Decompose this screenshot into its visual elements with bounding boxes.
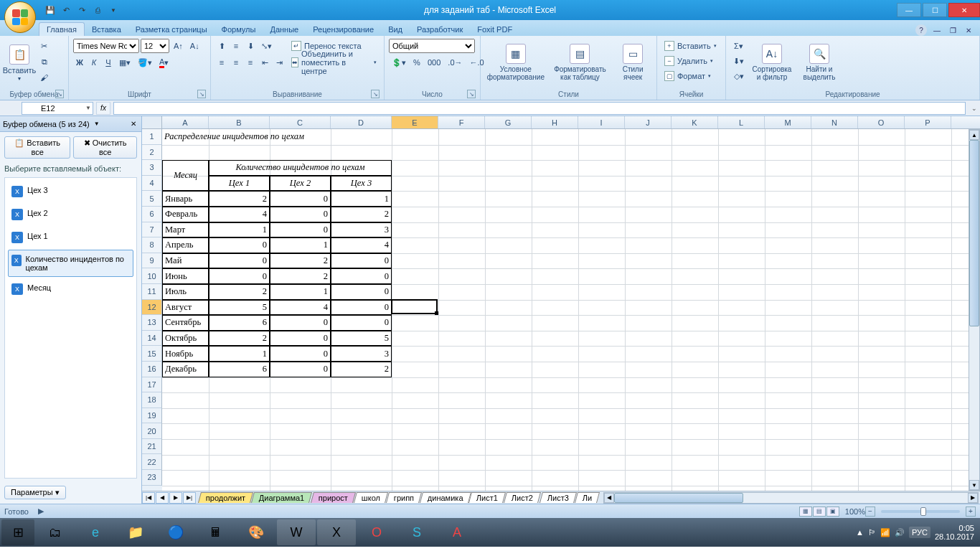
align-right-icon[interactable]: ≡: [244, 55, 257, 70]
row-header[interactable]: 21: [142, 439, 162, 455]
cell[interactable]: 3: [331, 346, 392, 362]
paste-button[interactable]: 📋 Вставить ▼: [4, 39, 34, 86]
cell[interactable]: 1: [209, 346, 270, 362]
column-header[interactable]: I: [578, 116, 625, 128]
taskbar-explorer[interactable]: 📁: [116, 519, 155, 545]
cell[interactable]: 3: [331, 222, 392, 238]
taskbar-word[interactable]: W: [277, 519, 316, 545]
italic-button[interactable]: К: [88, 55, 100, 70]
row-header[interactable]: 3: [142, 160, 162, 176]
taskbar-app[interactable]: 🗂: [36, 519, 75, 545]
column-header[interactable]: N: [811, 116, 858, 128]
ribbon-tab-3[interactable]: Формулы: [215, 23, 263, 36]
clipboard-launcher[interactable]: ↘: [55, 90, 64, 98]
sheet-tab[interactable]: динамика: [420, 492, 471, 503]
expand-formula-bar[interactable]: ⌄: [969, 102, 980, 115]
sheet-tab[interactable]: продолжит: [198, 492, 253, 503]
maximize-button[interactable]: ☐: [923, 3, 947, 17]
taskbar-calc[interactable]: 🖩: [197, 519, 235, 545]
cell[interactable]: Август: [162, 300, 209, 316]
column-header[interactable]: P: [905, 116, 951, 128]
row-header[interactable]: 18: [142, 392, 162, 408]
sheet-tab[interactable]: прирост: [311, 492, 356, 503]
cell[interactable]: Сентябрь: [162, 315, 209, 331]
ribbon-tab-0[interactable]: Главная: [39, 22, 85, 36]
cell[interactable]: Июль: [162, 284, 209, 300]
tray-show-hidden-icon[interactable]: ▲: [856, 528, 864, 537]
row-header[interactable]: 19: [142, 408, 162, 424]
orientation-icon[interactable]: ⤡▾: [258, 39, 275, 53]
cell[interactable]: Май: [162, 253, 209, 269]
row-header[interactable]: 6: [142, 207, 162, 222]
cell[interactable]: 0: [209, 253, 270, 269]
page-layout-view-icon[interactable]: ▤: [813, 507, 826, 517]
taskbar-ie[interactable]: e: [76, 519, 115, 545]
redo-icon[interactable]: ↷: [75, 3, 89, 17]
zoom-slider[interactable]: [881, 510, 960, 513]
vertical-scrollbar[interactable]: ▲▼: [969, 129, 980, 491]
sheet-nav-prev[interactable]: ◀: [156, 492, 169, 504]
cell[interactable]: 2: [209, 284, 270, 300]
sort-filter-button[interactable]: A↓Сортировка и фильтр: [750, 39, 794, 86]
autosum-icon[interactable]: Σ▾: [730, 39, 747, 53]
column-header[interactable]: O: [858, 116, 905, 128]
column-header[interactable]: D: [331, 116, 392, 128]
conditional-format-button[interactable]: ▦Условное форматирование: [485, 39, 547, 86]
underline-button[interactable]: Ч: [102, 55, 115, 70]
align-launcher[interactable]: ↘: [371, 90, 380, 98]
cell[interactable]: 1: [209, 222, 270, 238]
row-header[interactable]: 10: [142, 268, 162, 284]
cell[interactable]: Количество инцидентов по цехам: [209, 160, 392, 176]
column-header[interactable]: H: [532, 116, 578, 128]
insert-cells-button[interactable]: +Вставить▾: [661, 39, 720, 53]
format-as-table-button[interactable]: ▤Форматировать как таблицу: [550, 39, 611, 86]
clipboard-item[interactable]: XКоличество инцидентов по цехам: [8, 250, 133, 277]
page-break-view-icon[interactable]: ▣: [826, 507, 839, 517]
cell[interactable]: 2: [331, 207, 392, 222]
minimize-button[interactable]: —: [897, 3, 921, 17]
ribbon-tab-4[interactable]: Данные: [263, 23, 306, 36]
close-workbook-icon[interactable]: ✕: [963, 24, 974, 36]
clear-icon[interactable]: ◇▾: [730, 69, 747, 83]
sheet-nav-last[interactable]: ▶|: [183, 492, 196, 504]
bold-button[interactable]: Ж: [73, 55, 86, 70]
taskpane-options-button[interactable]: Параметры ▾: [4, 486, 66, 499]
cell[interactable]: 5: [331, 331, 392, 347]
align-left-icon[interactable]: ≡: [215, 55, 228, 70]
sheet-nav-first[interactable]: |◀: [142, 492, 155, 504]
row-header[interactable]: 8: [142, 237, 162, 253]
cell[interactable]: 2: [270, 253, 331, 269]
cell[interactable]: 0: [270, 362, 331, 377]
percent-icon[interactable]: %: [410, 55, 423, 70]
cell[interactable]: 0: [270, 315, 331, 331]
minimize-ribbon-icon[interactable]: —: [931, 24, 943, 36]
row-header[interactable]: 22: [142, 454, 162, 470]
column-header[interactable]: G: [485, 116, 532, 128]
align-middle-icon[interactable]: ≡: [230, 39, 242, 53]
increase-decimal-icon[interactable]: .0→: [445, 55, 465, 70]
grow-font-icon[interactable]: A↑: [171, 39, 186, 53]
decrease-indent-icon[interactable]: ⇤: [258, 55, 271, 70]
clipboard-item[interactable]: XЦех 3: [8, 181, 133, 202]
column-header[interactable]: B: [209, 116, 270, 128]
cell[interactable]: 4: [209, 207, 270, 222]
zoom-level[interactable]: 100%: [845, 507, 865, 516]
cell[interactable]: Июнь: [162, 268, 209, 284]
font-color-icon[interactable]: A▾: [156, 55, 171, 70]
cell[interactable]: 6: [209, 315, 270, 331]
cell[interactable]: 1: [270, 237, 331, 253]
taskbar-app2[interactable]: 🔵: [156, 519, 195, 545]
select-all-button[interactable]: [142, 116, 162, 128]
clear-all-button[interactable]: ✖ Очистить все: [73, 136, 137, 159]
cell[interactable]: Март: [162, 222, 209, 238]
qat-customize-icon[interactable]: ▼: [106, 3, 121, 17]
taskbar-skype[interactable]: S: [397, 519, 436, 545]
clipboard-item[interactable]: XЦех 2: [8, 204, 133, 225]
cell[interactable]: Октябрь: [162, 331, 209, 347]
delete-cells-button[interactable]: −Удалить▾: [661, 54, 716, 68]
clipboard-item[interactable]: XЦех 1: [8, 227, 133, 248]
number-format-select[interactable]: Общий: [389, 39, 475, 53]
cell[interactable]: 1: [331, 191, 392, 207]
cell[interactable]: 0: [209, 237, 270, 253]
row-header[interactable]: 2: [142, 145, 162, 161]
